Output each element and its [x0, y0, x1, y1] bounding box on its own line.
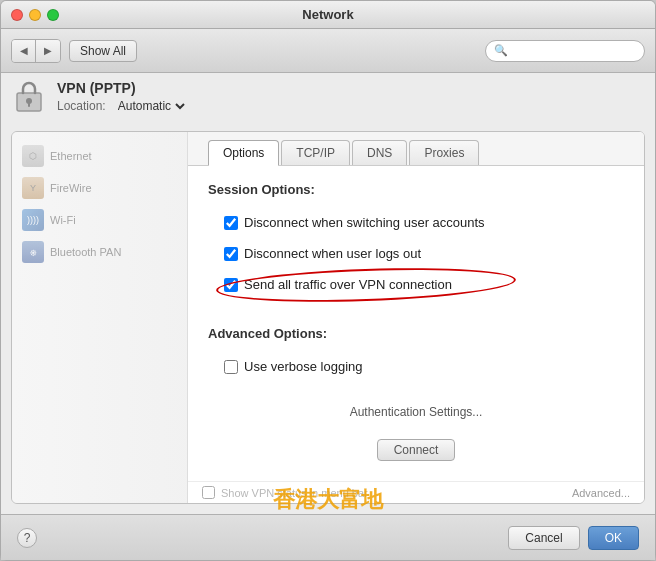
- sidebar-item-bluetooth[interactable]: ⎈ Bluetooth PAN: [12, 236, 187, 268]
- disconnect-switching-label: Disconnect when switching user accounts: [244, 215, 485, 230]
- cancel-button[interactable]: Cancel: [508, 526, 579, 550]
- search-box: 🔍: [485, 40, 645, 62]
- connect-button[interactable]: Connect: [377, 439, 456, 461]
- auth-settings-link[interactable]: Authentication Settings...: [350, 405, 483, 419]
- ok-button[interactable]: OK: [588, 526, 639, 550]
- sidebar-item-firewire[interactable]: Y FireWire: [12, 172, 187, 204]
- show-vpn-status-checkbox[interactable]: [202, 486, 215, 499]
- menu-bar-row: Show VPN status in menu bar Advanced...: [188, 481, 644, 503]
- sidebar-ethernet-label: Ethernet: [50, 150, 92, 162]
- search-icon: 🔍: [494, 44, 508, 57]
- verbose-logging-label: Use verbose logging: [244, 359, 363, 374]
- sidebar-bluetooth-label: Bluetooth PAN: [50, 246, 121, 258]
- disconnect-switching-row: Disconnect when switching user accounts: [208, 213, 624, 232]
- toolbar: ◀ ▶ Show All 🔍: [1, 29, 655, 73]
- disconnect-logout-row: Disconnect when user logs out: [208, 244, 624, 263]
- session-options-title: Session Options:: [208, 182, 624, 197]
- titlebar: Network: [1, 1, 655, 29]
- traffic-lights: [11, 9, 59, 21]
- disconnect-switching-checkbox[interactable]: [224, 216, 238, 230]
- search-input[interactable]: [512, 44, 636, 58]
- menu-bar-label: Show VPN status in menu bar: [221, 487, 368, 499]
- sidebar-wifi-label: Wi-Fi: [50, 214, 76, 226]
- verbose-logging-checkbox[interactable]: [224, 360, 238, 374]
- tab-options[interactable]: Options: [208, 140, 279, 166]
- show-all-button[interactable]: Show All: [69, 40, 137, 62]
- main-window: Network ◀ ▶ Show All 🔍 VPN (PPTP) Locat: [0, 0, 656, 561]
- back-button[interactable]: ◀: [12, 40, 36, 62]
- sidebar-items: ⬡ Ethernet Y FireWire )))) Wi-Fi ⎈ Bluet…: [12, 132, 187, 503]
- tab-tcpip[interactable]: TCP/IP: [281, 140, 350, 165]
- location-label: Location:: [57, 99, 106, 113]
- verbose-logging-row: Use verbose logging: [208, 357, 624, 376]
- vpn-name: VPN (PPTP): [57, 80, 645, 96]
- ethernet-icon: ⬡: [22, 145, 44, 167]
- location-select[interactable]: Automatic: [114, 98, 188, 114]
- advanced-options-title: Advanced Options:: [208, 326, 624, 341]
- help-button[interactable]: ?: [17, 528, 37, 548]
- vpn-icon: [11, 79, 47, 115]
- maximize-button[interactable]: [47, 9, 59, 21]
- window-title: Network: [302, 7, 353, 22]
- disconnect-logout-checkbox[interactable]: [224, 247, 238, 261]
- sidebar-firewire-label: FireWire: [50, 182, 92, 194]
- send-all-traffic-checkbox[interactable]: [224, 278, 238, 292]
- nav-buttons: ◀ ▶: [11, 39, 61, 63]
- sidebar-item-wifi[interactable]: )))) Wi-Fi: [12, 204, 187, 236]
- tab-dns[interactable]: DNS: [352, 140, 407, 165]
- send-all-traffic-row: Send all traffic over VPN connection: [208, 275, 624, 294]
- options-content: Session Options: Disconnect when switchi…: [188, 166, 644, 481]
- send-all-traffic-label: Send all traffic over VPN connection: [244, 277, 452, 292]
- minimize-button[interactable]: [29, 9, 41, 21]
- disconnect-logout-label: Disconnect when user logs out: [244, 246, 421, 261]
- close-button[interactable]: [11, 9, 23, 21]
- main-content: ⬡ Ethernet Y FireWire )))) Wi-Fi ⎈ Bluet…: [1, 121, 655, 514]
- tab-proxies[interactable]: Proxies: [409, 140, 479, 165]
- bluetooth-icon: ⎈: [22, 241, 44, 263]
- firewire-icon: Y: [22, 177, 44, 199]
- content-panel: ⬡ Ethernet Y FireWire )))) Wi-Fi ⎈ Bluet…: [11, 131, 645, 504]
- sidebar-item-ethernet[interactable]: ⬡ Ethernet: [12, 140, 187, 172]
- wifi-icon: )))): [22, 209, 44, 231]
- main-panel: Options TCP/IP DNS Proxies Session Optio…: [187, 132, 644, 503]
- tabs-bar: Options TCP/IP DNS Proxies: [188, 132, 644, 166]
- vpn-info: VPN (PPTP) Location: Automatic: [57, 80, 645, 114]
- svg-rect-2: [28, 102, 30, 107]
- bottom-bar: ? Cancel OK: [1, 514, 655, 560]
- forward-button[interactable]: ▶: [36, 40, 60, 62]
- vpn-header: VPN (PPTP) Location: Automatic: [1, 73, 655, 121]
- vpn-location-row: Location: Automatic: [57, 98, 645, 114]
- advanced-link[interactable]: Advanced...: [572, 487, 630, 499]
